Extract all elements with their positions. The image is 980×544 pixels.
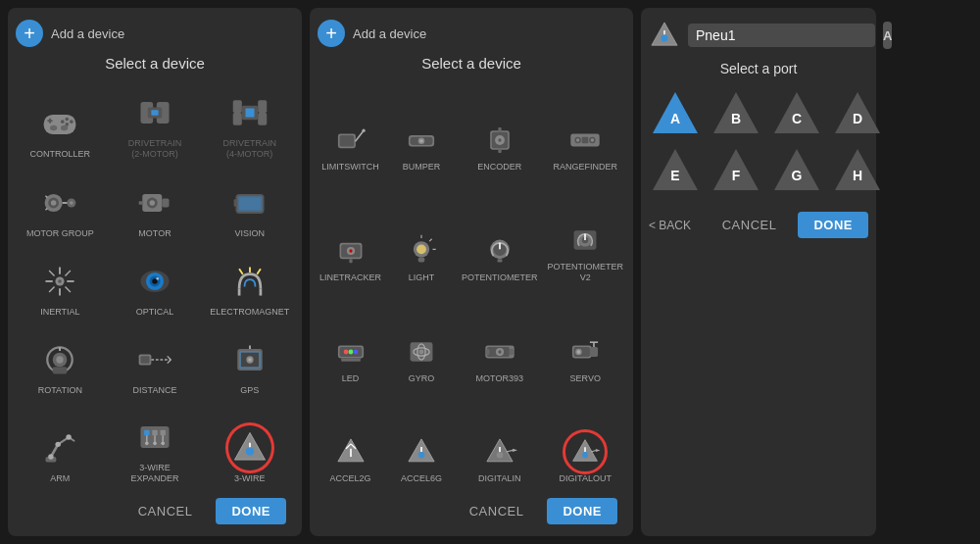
port-h-button[interactable]: H [831,145,884,194]
device-optical[interactable]: OPTICAL [111,248,200,321]
device-vision[interactable]: VISION [205,170,294,242]
device-potentiometer[interactable]: POTENTIOMETER [460,182,540,287]
svg-point-72 [56,442,61,447]
port-g-button[interactable]: G [770,145,823,194]
right-done-button[interactable]: DONE [798,212,868,238]
middle-done-button[interactable]: DONE [547,498,617,524]
middle-header: + Add a device [318,20,625,47]
middle-section-title: Select a device [318,55,625,72]
back-button[interactable]: < BACK [649,219,691,232]
arm-label: ARM [50,473,70,484]
device-light[interactable]: LIGHT [389,182,454,287]
port-grid-row1: A B C [649,88,868,137]
svg-rect-2 [49,119,51,124]
svg-point-3 [66,118,70,122]
drivetrain2-label: DRIVETRAIN(2-motor) [128,138,182,160]
middle-add-button[interactable]: + [318,20,345,47]
port-g-label: G [792,168,803,183]
svg-point-21 [51,200,56,205]
device-motor393[interactable]: MOTOR393 [460,293,540,388]
encoder-icon [482,123,517,158]
device-servo[interactable]: SERVO [545,293,625,388]
left-cancel-button[interactable]: CANCEL [126,498,205,524]
device-motor[interactable]: MOTOR [111,170,200,242]
digitalout-icon [567,434,603,470]
device-bumper[interactable]: BUMPER [389,81,454,176]
svg-marker-160 [513,449,517,452]
inertial-icon [38,260,81,303]
device-drivetrain-2[interactable]: DRIVETRAIN(2-motor) [111,81,200,164]
svg-rect-131 [341,358,361,361]
port-d-button[interactable]: D [831,88,884,137]
device-electromagnet[interactable]: ELECTROMAGNET [205,248,294,321]
device-drivetrain-4[interactable]: DRIVETRAIN(4-motor) [205,81,294,164]
gyro-label: GYRO [409,373,435,384]
device-controller[interactable]: CONTROLLER [16,81,105,164]
arm-icon [38,426,81,470]
motor-icon [133,181,176,224]
middle-cancel-button[interactable]: CANCEL [458,498,536,524]
device-led[interactable]: LED [318,293,383,388]
svg-point-82 [153,442,157,446]
svg-point-90 [362,128,365,131]
device-name-input[interactable] [688,24,875,47]
svg-line-38 [49,271,54,275]
device-linetracker[interactable]: LINETRACKER [318,182,383,287]
motor393-icon [482,334,517,370]
port-a-button[interactable]: A [649,88,702,137]
svg-rect-12 [151,111,158,116]
3wire-expander-icon [133,416,176,459]
left-header-title: Add a device [51,26,124,41]
svg-point-103 [576,138,579,141]
svg-point-148 [577,350,580,353]
svg-point-54 [57,357,64,364]
svg-point-154 [418,452,425,459]
device-3wire-expander[interactable]: 3-WIREEXPANDER [111,406,200,488]
device-digitalin[interactable]: DIGITALIN [460,393,540,488]
port-e-button[interactable]: E [649,145,702,194]
port-a-label: A [670,111,680,126]
middle-device-grid: LIMITSWITCH BUMPER [318,81,625,488]
device-3wire[interactable]: 3-WIRE [205,406,294,488]
left-header: + Add a device [16,20,294,47]
device-gps[interactable]: GPS [205,327,294,400]
device-motor-group[interactable]: MOTOR GROUP [16,170,105,242]
motor-group-label: MOTOR GROUP [26,228,94,239]
device-gyro[interactable]: GYRO [389,293,454,388]
svg-rect-75 [144,430,149,435]
accel2g-label: ACCEL2G [329,473,370,484]
svg-point-8 [61,125,68,130]
device-accel2g[interactable]: ACCEL2G [318,393,383,488]
svg-point-7 [50,125,57,130]
right-header: A [649,20,868,51]
device-distance[interactable]: DISTANCE [111,327,200,400]
distance-icon [133,338,176,381]
device-inertial[interactable]: INERTIAL [16,248,105,321]
potentiometer-v2-icon [567,223,603,258]
device-potentiometer-v2[interactable]: POTENTIOMETER V2 [545,182,625,287]
device-rotation[interactable]: ROTATION [16,327,105,400]
port-section-title: Select a port [649,61,868,76]
port-f-button[interactable]: F [710,145,762,194]
device-encoder[interactable]: ENCODER [460,81,540,176]
port-f-label: F [732,168,741,183]
middle-footer: CANCEL DONE [318,498,625,524]
svg-point-105 [591,138,594,141]
device-arm[interactable]: ARM [16,406,105,488]
device-limitswitch[interactable]: LIMITSWITCH [318,81,383,176]
device-digitalout[interactable]: DIGITALOUT [545,393,625,488]
port-c-button[interactable]: C [770,88,823,137]
left-add-button[interactable]: + [16,20,43,47]
left-panel: + Add a device Select a device CONTROLL [8,8,302,536]
svg-rect-33 [233,199,237,206]
svg-rect-144 [590,347,598,357]
device-accel6g[interactable]: ACCEL6G [389,393,454,488]
svg-point-129 [348,349,353,354]
optical-icon [133,260,176,303]
right-cancel-button[interactable]: CANCEL [710,212,789,238]
right-footer: < BACK CANCEL DONE [649,212,868,238]
svg-point-83 [161,442,165,446]
device-rangefinder[interactable]: RANGEFINDER [545,81,625,176]
left-done-button[interactable]: DONE [216,498,286,524]
port-b-button[interactable]: B [710,88,762,137]
